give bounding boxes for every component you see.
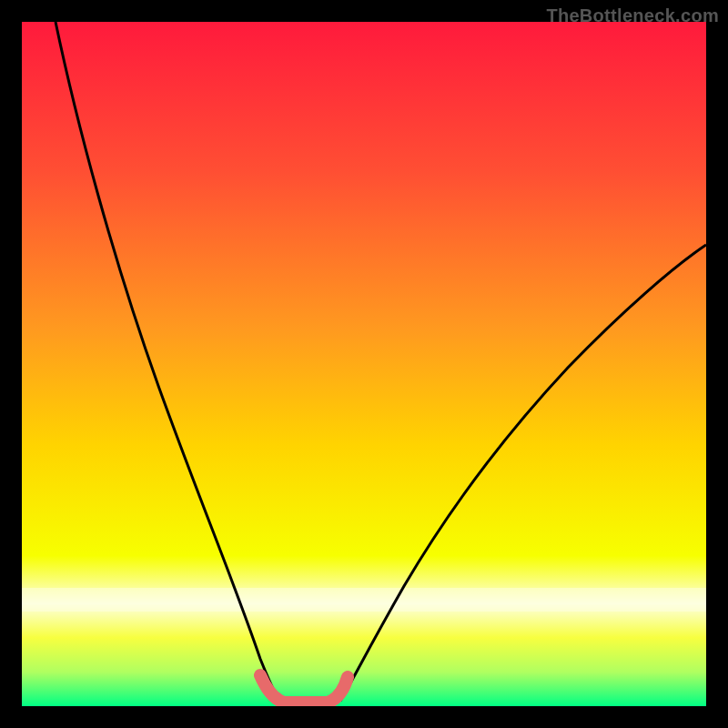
watermark-text: TheBottleneck.com bbox=[546, 5, 719, 26]
plot-area bbox=[22, 22, 706, 706]
chart-svg bbox=[22, 22, 706, 706]
chart-frame: TheBottleneck.com bbox=[0, 0, 728, 728]
pale-band bbox=[22, 588, 706, 612]
